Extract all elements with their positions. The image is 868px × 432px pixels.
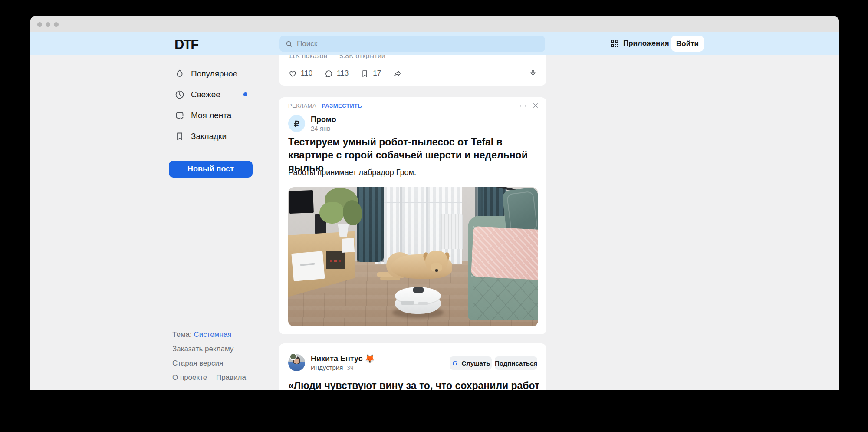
old-version-link[interactable]: Старая версия bbox=[172, 359, 223, 367]
post-actions: 110 113 bbox=[288, 69, 402, 78]
window-zoom-button[interactable] bbox=[54, 22, 59, 27]
heart-icon bbox=[288, 69, 297, 78]
sidebar-item-bookmarks[interactable]: Закладки bbox=[174, 131, 249, 142]
download-button[interactable] bbox=[529, 69, 537, 77]
scene-tv bbox=[289, 190, 314, 214]
author-name[interactable]: Промо bbox=[311, 115, 336, 124]
qr-apps-icon bbox=[610, 39, 619, 48]
sidebar-item-fresh[interactable]: Свежее bbox=[174, 89, 249, 100]
like-count: 110 bbox=[301, 69, 312, 78]
bookmark-count: 17 bbox=[373, 69, 381, 78]
apps-button[interactable]: Приложения bbox=[610, 39, 669, 48]
window-minimize-button[interactable] bbox=[46, 22, 50, 27]
headphones-icon bbox=[451, 359, 459, 367]
sidebar-footer: Тема: Системная Заказать рекламу Старая … bbox=[172, 330, 246, 388]
scene-curtain-left bbox=[357, 187, 384, 262]
feed-icon bbox=[174, 110, 185, 121]
post-date: 24 янв bbox=[311, 125, 330, 132]
window-titlebar bbox=[30, 16, 839, 32]
subscribe-label: Подписаться bbox=[495, 359, 537, 367]
bookmark-small-icon bbox=[360, 69, 369, 78]
author-name[interactable]: Никита Ентус 🦊 bbox=[311, 354, 375, 363]
bookmark-button[interactable]: 17 bbox=[360, 69, 381, 78]
promo-avatar[interactable]: ₽ bbox=[288, 115, 305, 132]
close-ad-button[interactable] bbox=[532, 102, 539, 109]
post-title[interactable]: «Люди чувствуют вину за то, что сохранил… bbox=[288, 380, 539, 390]
ad-label: РЕКЛАМА bbox=[288, 102, 316, 109]
fire-icon bbox=[174, 69, 185, 79]
window-close-button[interactable] bbox=[37, 22, 42, 27]
dtf-logo[interactable]: DTF bbox=[174, 37, 198, 53]
comment-count: 113 bbox=[337, 69, 349, 78]
listen-label: Слушать bbox=[462, 359, 490, 367]
sidebar-nav: Популярное Свежее Моя лента bbox=[174, 68, 249, 152]
search-bar[interactable] bbox=[279, 36, 545, 52]
sidebar-item-my-feed[interactable]: Моя лента bbox=[174, 110, 249, 121]
bookmark-icon bbox=[174, 131, 185, 142]
rules-link[interactable]: Правила bbox=[216, 373, 246, 382]
comments-button[interactable]: 113 bbox=[324, 69, 349, 78]
apps-label: Приложения bbox=[623, 39, 669, 48]
share-icon bbox=[393, 69, 402, 78]
search-icon bbox=[285, 40, 293, 48]
more-options-button[interactable] bbox=[519, 102, 527, 110]
browser-window: DTF Приложения Войти bbox=[30, 16, 839, 390]
theme-row: Тема: Системная bbox=[172, 330, 246, 339]
desktop-background: DTF Приложения Войти bbox=[0, 0, 868, 432]
post-category[interactable]: Индустрия bbox=[311, 364, 343, 371]
order-ads-link[interactable]: Заказать рекламу bbox=[172, 345, 233, 353]
about-link[interactable]: О проекте bbox=[172, 373, 207, 382]
post-time: 3ч bbox=[346, 364, 353, 371]
place-ad-link[interactable]: РАЗМЕСТИТЬ bbox=[322, 102, 362, 109]
post-description: Работы принимает лабрадор Гром. bbox=[288, 168, 538, 177]
listen-button[interactable]: Слушать bbox=[450, 356, 492, 370]
subscribe-button[interactable]: Подписаться bbox=[495, 356, 537, 370]
theme-label: Тема: bbox=[172, 330, 192, 339]
search-input[interactable] bbox=[297, 40, 540, 48]
ad-post-card: РЕКЛАМА РАЗМЕСТИТЬ ₽ Промо 24 янв Тестир… bbox=[279, 97, 546, 334]
sidebar-item-label: Закладки bbox=[191, 132, 227, 141]
new-content-dot bbox=[243, 92, 247, 96]
comment-icon bbox=[324, 69, 333, 78]
sidebar-item-label: Популярное bbox=[191, 69, 237, 79]
scene-blanket bbox=[471, 226, 538, 280]
theme-link[interactable]: Системная bbox=[194, 330, 231, 339]
sidebar-item-label: Моя лента bbox=[191, 111, 231, 120]
post-card: Никита Ентус 🦊 Индустрия 3ч Слушать Подп… bbox=[279, 343, 546, 390]
ad-badge-row: РЕКЛАМА РАЗМЕСТИТЬ bbox=[288, 102, 362, 109]
login-button[interactable]: Войти bbox=[671, 36, 704, 52]
site-header: DTF Приложения Войти bbox=[30, 32, 839, 55]
sidebar-item-label: Свежее bbox=[191, 90, 220, 99]
scene-radiator bbox=[441, 214, 463, 249]
new-post-button[interactable]: Новый пост bbox=[169, 161, 253, 178]
post-image[interactable] bbox=[288, 187, 538, 326]
like-button[interactable]: 110 bbox=[288, 69, 312, 78]
share-button[interactable] bbox=[393, 69, 402, 78]
post-meta: Индустрия 3ч bbox=[311, 364, 354, 371]
clock-icon bbox=[174, 89, 185, 100]
avatar-badge bbox=[289, 353, 297, 360]
sidebar-item-popular[interactable]: Популярное bbox=[174, 68, 249, 79]
